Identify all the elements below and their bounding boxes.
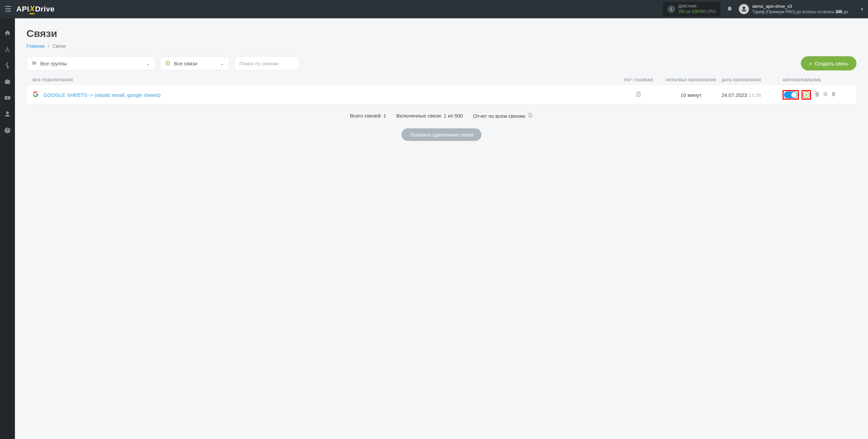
chevron-down-icon: ⌄ bbox=[146, 60, 150, 66]
avatar-icon bbox=[739, 4, 749, 14]
filter-row: Все группы ⌄ Все связи ⌄ + Создать связь bbox=[26, 56, 856, 70]
time-value: 11:26 bbox=[748, 92, 761, 98]
summary-total: Всего связей: 1 bbox=[350, 113, 386, 119]
document-icon[interactable] bbox=[528, 113, 533, 119]
highlight-box bbox=[802, 90, 811, 100]
breadcrumb-home[interactable]: Главная bbox=[26, 43, 44, 49]
run-button[interactable] bbox=[803, 91, 810, 98]
conns-label: Все связи bbox=[174, 61, 197, 66]
plus-icon: + bbox=[809, 61, 812, 66]
autoupdate-toggle[interactable] bbox=[784, 91, 797, 98]
folder-icon bbox=[32, 60, 37, 67]
search-input[interactable] bbox=[234, 56, 299, 70]
summary: Всего связей: 1 Включенные связи: 1 из 5… bbox=[26, 112, 856, 119]
logo-api: API bbox=[16, 5, 29, 14]
logo-drive: Drive bbox=[35, 5, 55, 14]
actions-pill[interactable]: i Действия: 291 из 100'000 (0%) bbox=[663, 2, 721, 16]
user-name: demo_apix-drive_s3 bbox=[752, 4, 848, 9]
interval-value: 10 минут bbox=[660, 92, 722, 98]
highlight-box bbox=[783, 90, 799, 100]
summary-report: Отчет по всем связям: bbox=[473, 113, 526, 119]
user-icon[interactable] bbox=[3, 110, 12, 119]
youtube-icon[interactable] bbox=[3, 93, 12, 102]
actions-pct: (0%) bbox=[707, 9, 715, 14]
connection-link[interactable]: GOOGLE SHEETS -> (elastic email, google … bbox=[43, 92, 161, 98]
breadcrumb: Главная / Связи bbox=[26, 43, 856, 49]
log-icon[interactable] bbox=[616, 91, 660, 99]
help-icon[interactable] bbox=[3, 126, 12, 135]
col-name: ВСЕ ПОДКЛЮЧЕНИЯ bbox=[33, 78, 616, 82]
briefcase-icon[interactable] bbox=[3, 77, 12, 86]
info-icon: i bbox=[668, 5, 675, 13]
plan-name: Премиум PRO bbox=[767, 9, 794, 14]
trash-icon[interactable] bbox=[831, 91, 836, 99]
chevron-down-icon[interactable]: ▾ bbox=[861, 6, 863, 12]
play-circle-icon bbox=[165, 60, 171, 67]
connections-select[interactable]: Все связи ⌄ bbox=[160, 56, 230, 70]
dollar-icon[interactable] bbox=[3, 61, 12, 70]
table-header: ВСЕ ПОДКЛЮЧЕНИЯ ЛОГ / ОШИБКИ ИНТЕРВАЛ ОБ… bbox=[26, 78, 856, 85]
logo-x: X bbox=[29, 4, 35, 14]
plan-prefix: Тариф | bbox=[752, 9, 767, 14]
actions-used: 291 bbox=[678, 9, 685, 14]
plan-unit: дн bbox=[843, 9, 848, 14]
col-interval: ИНТЕРВАЛ ОБНОВЛЕНИЯ bbox=[660, 78, 722, 82]
page-title: Связи bbox=[26, 28, 856, 39]
create-label: Создать связь bbox=[815, 61, 848, 66]
google-icon bbox=[33, 91, 39, 99]
logo[interactable]: APIXDrive bbox=[16, 4, 55, 14]
home-icon[interactable] bbox=[3, 28, 12, 37]
actions-label: Действия: bbox=[678, 4, 716, 9]
col-auto: АВТООБНОВЛЕНИЕ bbox=[783, 78, 850, 82]
sidebar bbox=[0, 18, 15, 439]
actions-total: 100'000 bbox=[692, 9, 706, 14]
plan-suffix: | до оплаты осталось bbox=[794, 9, 834, 14]
col-date: ДАТА ОБНОВЛЕНИЯ bbox=[722, 78, 783, 82]
sitemap-icon[interactable] bbox=[3, 45, 12, 54]
hamburger-icon[interactable]: ☰ bbox=[5, 5, 12, 14]
table-row: GOOGLE SHEETS -> (elastic email, google … bbox=[26, 85, 856, 104]
bell-icon[interactable] bbox=[727, 5, 733, 13]
gear-icon[interactable] bbox=[822, 91, 828, 99]
create-button[interactable]: + Создать связь bbox=[801, 56, 856, 70]
groups-select[interactable]: Все группы ⌄ bbox=[26, 56, 155, 70]
summary-enabled: Включенные связи: 1 из 500 bbox=[396, 113, 463, 119]
topbar: ☰ APIXDrive i Действия: 291 из 100'000 (… bbox=[0, 0, 868, 18]
actions-of: из bbox=[686, 9, 690, 14]
breadcrumb-current: Связи bbox=[53, 43, 66, 49]
user-block[interactable]: demo_apix-drive_s3 Тариф |Премиум PRO| д… bbox=[739, 4, 848, 14]
groups-label: Все группы bbox=[40, 61, 67, 66]
chevron-down-icon: ⌄ bbox=[220, 60, 224, 66]
copy-icon[interactable] bbox=[814, 91, 820, 99]
plan-days: 305 bbox=[835, 9, 842, 14]
show-deleted-button[interactable]: Показать удаленные связи bbox=[401, 128, 481, 141]
main: Связи Главная / Связи Все группы ⌄ Все с… bbox=[15, 18, 868, 439]
date-value: 24.07.2023 bbox=[722, 92, 747, 98]
col-log: ЛОГ / ОШИБКИ bbox=[616, 78, 660, 82]
